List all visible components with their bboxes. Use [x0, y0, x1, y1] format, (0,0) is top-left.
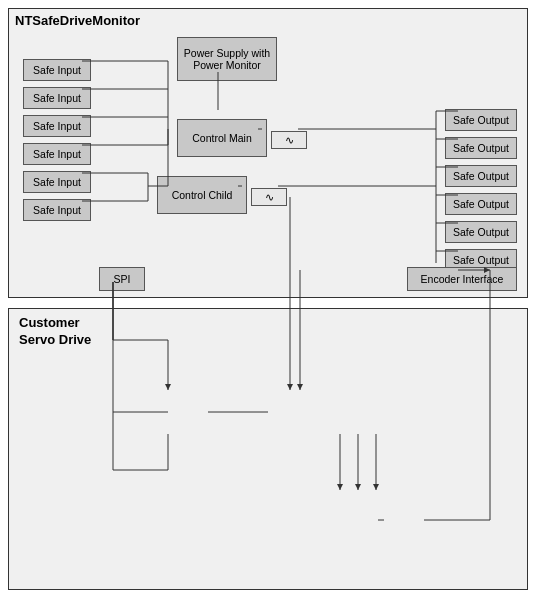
spi-block: SPI — [99, 267, 145, 291]
safe-input-3: Safe Input — [23, 115, 91, 137]
control-child-block: Control Child — [157, 176, 247, 214]
customer-title: CustomerServo Drive — [19, 315, 91, 349]
nt-monitor-box: NTSafeDriveMonitor Safe Input Safe Input… — [8, 8, 528, 298]
safe-output-2: Safe Output — [445, 137, 517, 159]
safe-output-4: Safe Output — [445, 193, 517, 215]
wave-main-symbol: ∿ — [285, 134, 294, 147]
safe-input-2: Safe Input — [23, 87, 91, 109]
safe-output-5: Safe Output — [445, 221, 517, 243]
control-main-block: Control Main — [177, 119, 267, 157]
safe-input-5: Safe Input — [23, 171, 91, 193]
wave-child-symbol: ∿ — [265, 191, 274, 204]
safe-output-3: Safe Output — [445, 165, 517, 187]
safe-input-6: Safe Input — [23, 199, 91, 221]
safe-output-1: Safe Output — [445, 109, 517, 131]
encoder-interface-block: Encoder Interface — [407, 267, 517, 291]
nt-monitor-title: NTSafeDriveMonitor — [15, 13, 140, 28]
customer-box: CustomerServo Drive Control STO Power St… — [8, 308, 528, 590]
safe-input-4: Safe Input — [23, 143, 91, 165]
safe-input-1: Safe Input — [23, 59, 91, 81]
wave-main: ∿ — [271, 131, 307, 149]
power-supply-block: Power Supply with Power Monitor — [177, 37, 277, 81]
wave-child: ∿ — [251, 188, 287, 206]
diagram-container: NTSafeDriveMonitor Safe Input Safe Input… — [0, 0, 549, 600]
